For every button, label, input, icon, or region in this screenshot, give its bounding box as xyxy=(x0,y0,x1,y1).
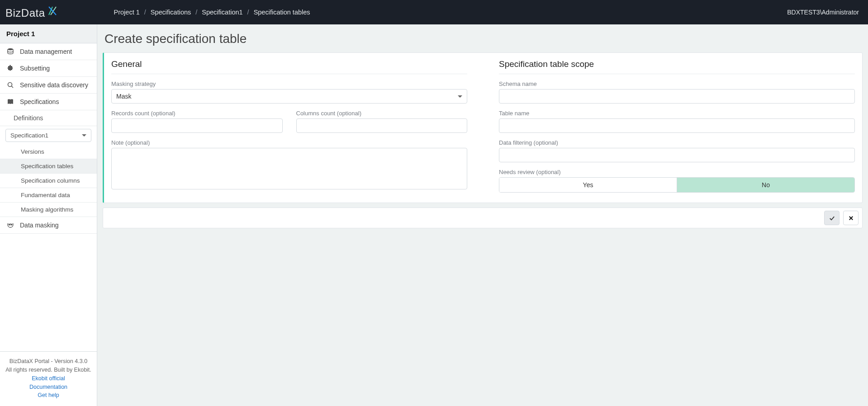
search-icon xyxy=(6,81,14,89)
table-name-label: Table name xyxy=(499,110,855,117)
needs-review-yes[interactable]: Yes xyxy=(499,178,677,192)
nav-item-sensitive-discovery[interactable]: Sensitive data discovery xyxy=(0,77,97,94)
sidebar: Project 1 Data management Subsetting Sen… xyxy=(0,24,97,406)
note-label: Note (optional) xyxy=(111,139,467,146)
sidebar-footer: BizDataX Portal - Version 4.3.0 All righ… xyxy=(0,351,97,406)
section-scope: Specification table scope Schema name Ta… xyxy=(499,59,855,193)
section-scope-heading: Specification table scope xyxy=(499,59,855,74)
svg-line-2 xyxy=(12,86,14,88)
check-icon xyxy=(829,215,835,222)
schema-name-label: Schema name xyxy=(499,80,855,87)
svg-point-1 xyxy=(8,83,12,87)
main-content: Create specification table General Maski… xyxy=(97,24,868,406)
nav-item-subsetting[interactable]: Subsetting xyxy=(0,60,97,77)
note-textarea[interactable] xyxy=(111,148,467,189)
breadcrumb-item-1[interactable]: Specifications xyxy=(151,9,191,16)
user-identity[interactable]: BDXTEST3\Administrator xyxy=(787,9,863,16)
footer-link-official[interactable]: Ekobit official xyxy=(5,374,92,383)
nav-item-specifications[interactable]: Specifications xyxy=(0,94,97,110)
close-icon xyxy=(848,215,854,222)
footer-link-documentation[interactable]: Documentation xyxy=(5,383,92,392)
logo[interactable]: BizData xyxy=(5,5,60,19)
specification-select-value: Specification1 xyxy=(10,132,48,139)
needs-review-no[interactable]: No xyxy=(677,178,854,192)
nav-label: Subsetting xyxy=(20,65,50,72)
schema-name-input[interactable] xyxy=(499,89,855,104)
action-bar xyxy=(103,208,863,228)
nav-label: Specifications xyxy=(20,98,59,105)
section-general: General Masking strategy Mask Records co… xyxy=(111,59,467,193)
nav-sub-masking-algorithms[interactable]: Masking algorithms xyxy=(0,203,97,217)
form-panel: General Masking strategy Mask Records co… xyxy=(103,52,863,203)
records-count-input[interactable] xyxy=(111,118,283,133)
svg-point-0 xyxy=(8,48,13,50)
breadcrumb-item-0[interactable]: Project 1 xyxy=(114,9,140,16)
sidebar-project-name[interactable]: Project 1 xyxy=(0,24,97,43)
book-icon xyxy=(6,98,14,105)
columns-count-label: Columns count (optional) xyxy=(296,110,468,117)
nav-item-data-masking[interactable]: Data masking xyxy=(0,217,97,234)
data-filtering-label: Data filtering (optional) xyxy=(499,139,855,146)
logo-text: BizData xyxy=(5,7,45,19)
breadcrumb-sep: / xyxy=(247,9,249,16)
footer-rights: All rights reserved. Built by Ekobit. xyxy=(5,366,92,374)
nav-sub-specification-columns[interactable]: Specification columns xyxy=(0,174,97,188)
specification-select[interactable]: Specification1 xyxy=(5,129,91,142)
svg-point-3 xyxy=(9,224,10,225)
mask-icon xyxy=(6,222,14,229)
masking-strategy-select[interactable]: Mask xyxy=(111,89,467,104)
logo-graphic-icon xyxy=(46,5,60,17)
nav-label: Data masking xyxy=(20,222,59,229)
nav-label: Sensitive data discovery xyxy=(20,81,88,89)
breadcrumb-item-3[interactable]: Specification tables xyxy=(254,9,310,16)
puzzle-icon xyxy=(6,65,14,72)
nav-sub-versions[interactable]: Versions xyxy=(0,145,97,159)
section-general-heading: General xyxy=(111,59,467,74)
nav-sub-fundamental-data[interactable]: Fundamental data xyxy=(0,188,97,203)
needs-review-toggle: Yes No xyxy=(499,177,855,193)
nav-sub-specification-tables[interactable]: Specification tables xyxy=(0,159,97,174)
chevron-down-icon xyxy=(458,95,462,98)
svg-point-4 xyxy=(11,224,12,225)
data-filtering-input[interactable] xyxy=(499,148,855,162)
needs-review-label: Needs review (optional) xyxy=(499,169,855,175)
nav-label: Data management xyxy=(20,48,72,55)
records-count-label: Records count (optional) xyxy=(111,110,283,117)
masking-strategy-label: Masking strategy xyxy=(111,80,467,87)
columns-count-input[interactable] xyxy=(296,118,468,133)
page-title: Create specification table xyxy=(103,28,863,52)
nav-item-data-management[interactable]: Data management xyxy=(0,43,97,60)
topbar: BizData Project 1 / Specifications / Spe… xyxy=(0,0,868,24)
masking-strategy-value: Mask xyxy=(116,93,131,100)
breadcrumb: Project 1 / Specifications / Specificati… xyxy=(114,9,787,16)
cancel-button[interactable] xyxy=(843,211,859,225)
table-name-input[interactable] xyxy=(499,118,855,133)
footer-version: BizDataX Portal - Version 4.3.0 xyxy=(5,357,92,366)
breadcrumb-sep: / xyxy=(144,9,146,16)
breadcrumb-sep: / xyxy=(195,9,197,16)
database-icon xyxy=(6,48,14,55)
breadcrumb-item-2[interactable]: Specification1 xyxy=(202,9,242,16)
chevron-down-icon xyxy=(82,134,86,137)
confirm-button[interactable] xyxy=(824,211,840,225)
nav-sub-definitions[interactable]: Definitions xyxy=(0,110,97,126)
footer-link-help[interactable]: Get help xyxy=(5,391,92,400)
